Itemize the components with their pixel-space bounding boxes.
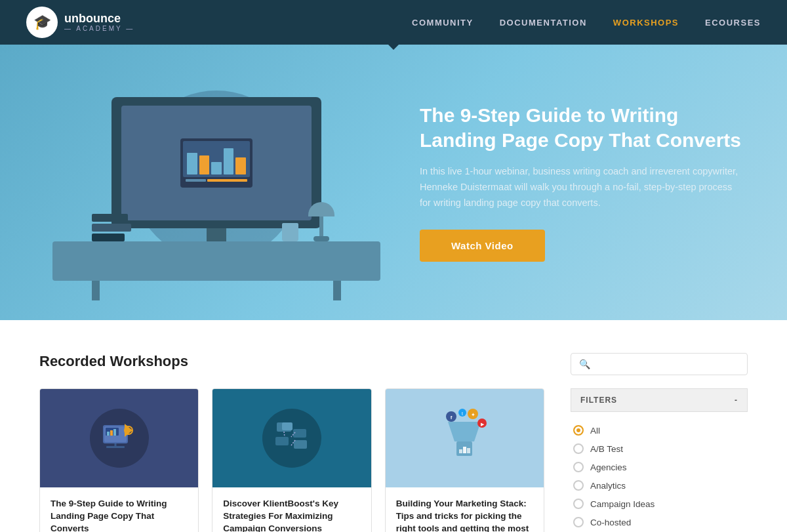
logo-sub: — ACADEMY — [64,25,134,32]
filter-item-campaign-ideas[interactable]: Campaign Ideas [571,495,748,513]
nav-ecourses[interactable]: ECOURSES [705,18,761,28]
logo[interactable]: 🎓 unbounce — ACADEMY — [26,7,134,38]
nav-links: COMMUNITY DOCUMENTATION WORKSHOPS ECOURS… [412,16,761,28]
section-title: Recorded Workshops [39,353,544,370]
workshop-card-3[interactable]: f ✦ ▶ t [385,388,544,532]
hero-description: In this live 1-hour webinar, business wr… [420,164,741,211]
filter-label-analytics: Analytics [590,481,626,491]
filter-radio-analytics [573,480,584,491]
sidebar: 🔍 FILTERS - All A/B Test Agencies [571,353,748,532]
filter-label-agencies: Agencies [590,462,627,472]
svg-text:t: t [462,411,463,416]
logo-text: unbounce [64,12,134,26]
card-title-2: Discover KlientBoost's Key Strategies Fo… [223,498,360,532]
svg-text:✦: ✦ [471,412,475,418]
card-image-3: f ✦ ▶ t [386,389,544,487]
svg-rect-13 [275,437,289,445]
svg-rect-4 [110,430,113,436]
main-content: Recorded Workshops [0,320,787,532]
svg-marker-18 [448,422,481,441]
filters-header[interactable]: FILTERS - [571,388,748,412]
search-box[interactable]: 🔍 [571,353,748,375]
hero-monitor [111,97,321,228]
navigation: 🎓 unbounce — ACADEMY — COMMUNITY DOCUMEN… [0,0,787,45]
filter-label-ab-test: A/B Test [590,444,623,454]
filter-item-co-hosted[interactable]: Co-hosted [571,513,748,531]
filter-label-campaign-ideas: Campaign Ideas [590,499,655,509]
filter-radio-agencies [573,462,584,472]
svg-rect-30 [467,448,470,453]
svg-rect-5 [113,429,116,436]
cards-grid: The 9-Step Guide to Writing Landing Page… [39,388,544,532]
filter-label-all: All [590,426,600,436]
card-title-1: The 9-Step Guide to Writing Landing Page… [50,498,188,532]
filter-list: All A/B Test Agencies Analytics Campaign… [571,421,748,532]
svg-rect-12 [293,429,306,438]
svg-rect-28 [459,449,462,453]
hero-illustration [39,71,394,294]
card-image-2 [212,389,371,487]
filter-radio-co-hosted [573,517,584,527]
workshops-section: Recorded Workshops [39,353,544,532]
nav-workshops[interactable]: WORKSHOPS [613,18,679,28]
search-input[interactable] [595,359,739,369]
nav-documentation[interactable]: DOCUMENTATION [500,18,587,28]
filter-item-analytics[interactable]: Analytics [571,476,748,495]
workshop-card-1[interactable]: The 9-Step Guide to Writing Landing Page… [39,388,199,532]
filter-radio-campaign-ideas [573,499,584,509]
svg-rect-3 [107,432,110,436]
filters-toggle[interactable]: - [735,396,738,405]
filter-item-agencies[interactable]: Agencies [571,458,748,476]
watch-video-button[interactable]: Watch Video [420,230,545,262]
hero-title: The 9-Step Guide to Writing Landing Page… [420,103,748,152]
workshop-card-2[interactable]: Discover KlientBoost's Key Strategies Fo… [212,388,371,532]
filter-radio-all [573,425,584,436]
filter-label-co-hosted: Co-hosted [590,518,631,527]
logo-icon: 🎓 [26,7,58,38]
svg-line-15 [284,432,285,437]
filter-radio-ab-test [573,443,584,454]
svg-rect-11 [282,422,293,430]
hero-section: The 9-Step Guide to Writing Landing Page… [0,45,787,320]
card-title-3: Building Your Marketing Stack: Tips and … [396,498,533,532]
card-image-1 [40,389,198,487]
filter-item-all[interactable]: All [571,421,748,440]
svg-rect-7 [106,446,125,448]
hero-content: The 9-Step Guide to Writing Landing Page… [394,103,748,262]
svg-rect-14 [294,440,307,449]
svg-text:f: f [451,415,453,420]
nav-community[interactable]: COMMUNITY [412,18,474,28]
search-icon: 🔍 [579,359,590,369]
filter-item-ab-test[interactable]: A/B Test [571,440,748,458]
svg-rect-29 [463,447,466,453]
filters-label: FILTERS [580,396,617,405]
